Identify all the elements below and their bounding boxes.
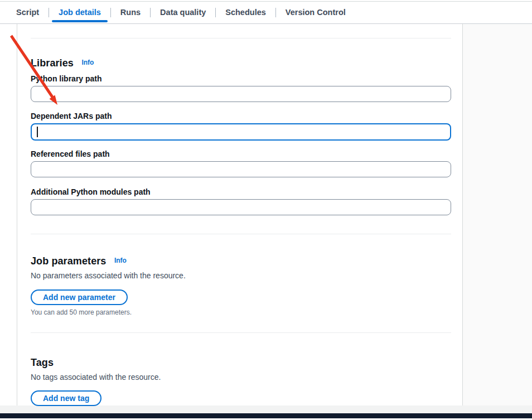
additional-python-modules-path-label: Additional Python modules path [31, 187, 451, 197]
footer-dark-bar [0, 413, 532, 418]
tab-bar: Script Job details Runs Data quality Sch… [0, 1, 532, 24]
add-new-tag-button[interactable]: Add new tag [31, 390, 101, 406]
tags-section-title: Tags [31, 356, 54, 369]
tags-empty-text: No tags associated with the resource. [31, 373, 451, 382]
tab-data-quality[interactable]: Data quality [151, 2, 215, 23]
field-referenced-files-path: Referenced files path [31, 149, 451, 177]
left-gutter [0, 24, 17, 405]
libraries-info-link[interactable]: Info [81, 59, 94, 66]
section-divider [31, 234, 451, 234]
job-parameters-info-link[interactable]: Info [114, 257, 127, 264]
referenced-files-path-input[interactable] [31, 161, 451, 177]
tab-job-details[interactable]: Job details [49, 2, 110, 23]
libraries-section-title: Libraries [31, 57, 74, 69]
add-new-parameter-button[interactable]: Add new parameter [31, 289, 128, 305]
main-area: Libraries Info Python library path Depen… [0, 24, 532, 405]
right-background [463, 24, 532, 405]
python-library-path-label: Python library path [31, 74, 451, 84]
tab-script[interactable]: Script [7, 2, 49, 23]
tab-schedules[interactable]: Schedules [216, 2, 275, 23]
text-caret [37, 127, 38, 137]
dependent-jars-path-input[interactable] [31, 123, 451, 141]
dependent-jars-path-label: Dependent JARs path [31, 112, 451, 121]
python-library-path-input[interactable] [31, 86, 451, 102]
field-python-library-path: Python library path [31, 74, 451, 102]
job-parameters-section-title: Job parameters [31, 255, 106, 267]
section-divider [31, 332, 451, 333]
tab-runs[interactable]: Runs [111, 2, 150, 23]
section-divider [31, 38, 451, 38]
referenced-files-path-label: Referenced files path [31, 149, 451, 159]
field-additional-python-modules-path: Additional Python modules path [31, 187, 451, 215]
job-details-panel: Libraries Info Python library path Depen… [17, 24, 463, 405]
field-dependent-jars-path: Dependent JARs path [31, 112, 451, 141]
tab-version-control[interactable]: Version Control [276, 2, 355, 23]
job-parameters-helper-text: You can add 50 more parameters. [31, 308, 451, 316]
footer-gray-strip [0, 405, 532, 413]
job-parameters-empty-text: No parameters associated with the resour… [31, 271, 451, 281]
additional-python-modules-path-input[interactable] [31, 199, 451, 215]
